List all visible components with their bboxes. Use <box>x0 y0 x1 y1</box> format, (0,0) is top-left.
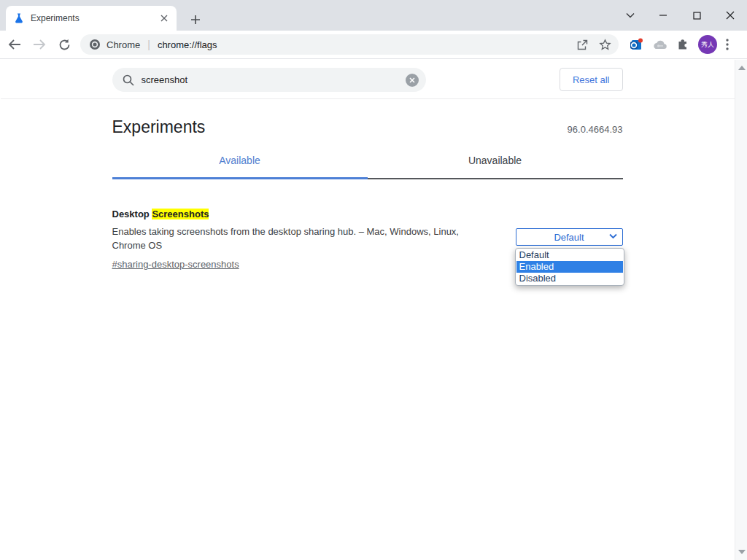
outlook-extension-icon[interactable] <box>629 37 643 52</box>
tab-title: Experiments <box>31 13 158 23</box>
flag-value-select[interactable]: Default <box>516 228 623 246</box>
site-label: Chrome <box>107 39 140 50</box>
chrome-logo-icon <box>89 39 101 50</box>
flag-select-dropdown: Default Enabled Disabled <box>515 248 624 286</box>
scroll-up-icon[interactable] <box>738 66 746 70</box>
option-default[interactable]: Default <box>516 249 623 261</box>
extensions-puzzle-icon[interactable] <box>676 38 689 51</box>
scroll-down-icon[interactable] <box>738 550 746 554</box>
back-button[interactable] <box>4 34 25 55</box>
url-separator: | <box>147 39 150 50</box>
search-icon <box>123 74 134 86</box>
share-icon[interactable] <box>576 39 589 51</box>
option-disabled[interactable]: Disabled <box>516 273 623 284</box>
url-text: chrome://flags <box>158 39 576 50</box>
flags-search-box[interactable] <box>112 68 426 92</box>
maximize-button[interactable] <box>680 0 713 31</box>
chevron-down-icon <box>609 233 617 239</box>
window-controls <box>646 0 747 31</box>
vertical-scrollbar[interactable] <box>735 60 747 560</box>
browser-toolbar: Chrome | chrome://flags 秀人 <box>0 31 747 59</box>
flag-permalink[interactable]: #sharing-desktop-screenshots <box>112 259 239 270</box>
clear-search-icon[interactable] <box>406 74 419 87</box>
flag-title-prefix: Desktop <box>112 209 152 219</box>
tab-search-button[interactable] <box>620 3 640 28</box>
cloud-extension-icon[interactable] <box>652 39 667 50</box>
flag-entry-desktop-screenshots: Desktop Screenshots Enables taking scree… <box>112 209 623 271</box>
bookmark-star-icon[interactable] <box>599 39 611 51</box>
chrome-version: 96.0.4664.93 <box>568 124 623 135</box>
new-tab-button[interactable] <box>185 9 206 30</box>
tab-unavailable[interactable]: Unavailable <box>368 155 623 179</box>
tab-strip: Experiments <box>0 0 747 31</box>
flags-search-input[interactable] <box>142 74 406 85</box>
flags-tabs: Available Unavailable <box>112 155 623 179</box>
browser-tab-experiments[interactable]: Experiments <box>6 6 177 31</box>
address-bar[interactable]: Chrome | chrome://flags <box>80 34 619 55</box>
minimize-button[interactable] <box>646 0 680 31</box>
browser-menu-icon[interactable] <box>726 39 729 50</box>
tab-close-icon[interactable] <box>158 12 171 25</box>
forward-button[interactable] <box>29 34 50 55</box>
flask-favicon-icon <box>13 12 25 24</box>
option-enabled[interactable]: Enabled <box>516 261 623 273</box>
extensions-area: 秀人 <box>629 35 729 54</box>
profile-avatar[interactable]: 秀人 <box>698 35 717 54</box>
page-title: Experiments <box>112 117 206 137</box>
reload-button[interactable] <box>54 34 74 55</box>
close-window-button[interactable] <box>713 0 747 31</box>
reset-all-button[interactable]: Reset all <box>560 68 623 91</box>
flag-title: Desktop Screenshots <box>112 209 495 219</box>
flag-description: Enables taking screenshots from the desk… <box>112 225 495 252</box>
flags-search-row: Reset all <box>112 60 623 99</box>
flag-title-search-highlight: Screenshots <box>152 209 209 219</box>
tab-available[interactable]: Available <box>112 155 368 179</box>
flag-select-value: Default <box>554 232 584 243</box>
flags-page: Reset all Experiments 96.0.4664.93 Avail… <box>0 60 735 560</box>
